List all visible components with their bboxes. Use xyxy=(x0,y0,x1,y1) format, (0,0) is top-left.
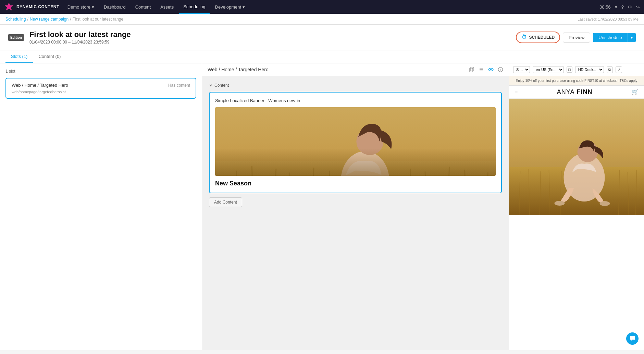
list-icon[interactable] xyxy=(479,67,484,72)
nav-assets[interactable]: Assets xyxy=(156,0,178,14)
svg-rect-2 xyxy=(471,67,474,71)
promo-banner: Enjoy 10% off your first purchase using … xyxy=(509,76,644,86)
resolution-select[interactable]: HD Desk... xyxy=(575,66,604,73)
locale-select-wrapper: en-US (En... xyxy=(533,66,564,73)
nav-right-area: 08:56 ▾ ? ⚙ ↪ xyxy=(599,4,640,10)
size-select-wrapper: Si... xyxy=(513,66,530,73)
nav-dashboard[interactable]: Dashboard xyxy=(100,0,130,14)
size-select[interactable]: Si... xyxy=(513,66,530,73)
copy-icon[interactable] xyxy=(469,67,474,72)
svg-line-14 xyxy=(273,169,276,176)
slot-card[interactable]: Web / Home / Targeted Hero Has content w… xyxy=(5,78,196,99)
content-image-svg xyxy=(215,107,496,176)
page-title-section: First look at our latest range 01/04/202… xyxy=(29,30,131,45)
header-actions: ⏱ SCHEDULED Preview Unschedule ▾ xyxy=(516,32,636,43)
svg-line-13 xyxy=(252,166,254,176)
page-dates: 01/04/2023 00:00:00 – 11/04/2023 23:59:5… xyxy=(29,40,131,45)
svg-line-19 xyxy=(425,172,428,176)
svg-rect-11 xyxy=(215,161,496,176)
scheduled-button[interactable]: ⏱ SCHEDULED xyxy=(516,32,560,43)
cart-icon[interactable]: 🛒 xyxy=(632,89,639,95)
svg-rect-10 xyxy=(215,107,496,176)
slot-path: web/homepage/targetedheroslot xyxy=(12,90,190,94)
breadcrumb-bar: Scheduling / New range campaign / First … xyxy=(0,14,644,25)
chat-icon xyxy=(629,335,635,342)
center-slot-title: Web / Home / Targeted Hero xyxy=(208,67,269,72)
svg-point-37 xyxy=(555,201,565,206)
svg-line-20 xyxy=(447,167,449,176)
clock-icon: ⏱ xyxy=(521,34,527,40)
svg-line-22 xyxy=(486,172,488,176)
slot-name: Web / Home / Targeted Hero xyxy=(12,83,68,88)
preview-button[interactable]: Preview xyxy=(563,33,590,42)
eye-icon[interactable] xyxy=(488,67,494,72)
svg-line-15 xyxy=(289,172,292,176)
chevron-down-icon xyxy=(209,84,212,87)
unschedule-dropdown-button[interactable]: ▾ xyxy=(628,33,636,42)
svg-line-16 xyxy=(312,168,314,176)
breadcrumb: Scheduling / New range campaign / First … xyxy=(5,17,123,22)
device-square-button[interactable]: □ xyxy=(567,66,572,73)
page-header: Edition First look at our latest range 0… xyxy=(0,25,644,50)
settings-icon[interactable]: ⚙ xyxy=(628,4,632,10)
slot-count: 1 slot xyxy=(5,69,196,74)
nav-development[interactable]: Development ▾ xyxy=(211,0,249,14)
center-panel-header: Web / Home / Targeted Hero i xyxy=(202,63,509,76)
breadcrumb-current: First look at our latest range xyxy=(72,17,123,22)
help-icon[interactable]: ? xyxy=(621,4,624,10)
center-panel: Web / Home / Targeted Hero i Content Sim… xyxy=(202,63,509,350)
app-name: DYNAMIC CONTENT xyxy=(16,4,59,9)
edition-badge: Edition xyxy=(8,34,24,41)
hamburger-icon[interactable]: ≡ xyxy=(515,89,518,95)
info-icon[interactable]: i xyxy=(498,67,503,72)
slot-card-header: Web / Home / Targeted Hero Has content xyxy=(12,83,190,88)
logo-area[interactable]: DYNAMIC CONTENT xyxy=(4,2,59,12)
svg-point-38 xyxy=(600,201,610,206)
nav-time: 08:56 xyxy=(599,4,611,10)
content-card-title: Simple Localized Banner - Womens new-in xyxy=(215,98,496,103)
page-header-left: Edition First look at our latest range 0… xyxy=(8,30,131,45)
tab-content[interactable]: Content (0) xyxy=(33,50,66,63)
svg-point-23 xyxy=(341,151,389,176)
store-logo: ANYA FINN xyxy=(557,88,593,96)
last-saved-text: Last saved: 17/02/2023 08:53 by Me xyxy=(578,17,639,21)
logo-icon xyxy=(4,2,14,12)
svg-rect-1 xyxy=(470,68,473,72)
content-card[interactable]: Simple Localized Banner - Womens new-in xyxy=(209,92,502,193)
tab-slots[interactable]: Slots (1) xyxy=(5,50,33,63)
slot-has-content: Has content xyxy=(168,83,190,88)
locale-select[interactable]: en-US (En... xyxy=(533,66,564,73)
svg-line-18 xyxy=(409,169,411,176)
unschedule-button[interactable]: Unschedule xyxy=(593,33,628,42)
svg-line-12 xyxy=(234,171,236,176)
add-content-button[interactable]: Add Content xyxy=(209,197,242,207)
main-content: 1 slot Web / Home / Targeted Hero Has co… xyxy=(0,63,644,350)
duplicate-button[interactable]: ⧉ xyxy=(607,66,613,73)
top-navigation: DYNAMIC CONTENT Demo store ▾ Dashboard C… xyxy=(0,0,644,14)
content-section-label: Content xyxy=(209,83,502,88)
content-caption: New Season xyxy=(215,180,496,187)
center-body: Content Simple Localized Banner - Womens… xyxy=(202,76,509,214)
chat-bubble-button[interactable] xyxy=(626,332,639,345)
nav-content[interactable]: Content xyxy=(131,0,155,14)
nav-demo-store[interactable]: Demo store ▾ xyxy=(63,0,98,14)
center-panel-actions: i xyxy=(469,67,503,72)
preview-image-svg xyxy=(509,99,644,215)
svg-line-17 xyxy=(329,171,331,176)
svg-text:i: i xyxy=(500,68,501,71)
page-title: First look at our latest range xyxy=(29,30,131,39)
store-header: ≡ ANYA FINN 🛒 xyxy=(509,86,644,99)
content-image xyxy=(215,107,496,176)
svg-point-7 xyxy=(490,69,492,70)
right-panel: Si... en-US (En... □ HD Desk... ⧉ ↗ Enjo… xyxy=(509,63,644,350)
slots-panel: 1 slot Web / Home / Targeted Hero Has co… xyxy=(0,63,202,350)
signout-icon[interactable]: ↪ xyxy=(636,4,640,10)
breadcrumb-campaign[interactable]: New range campaign xyxy=(30,17,69,22)
nav-scheduling[interactable]: Scheduling xyxy=(179,0,209,14)
breadcrumb-scheduling[interactable]: Scheduling xyxy=(5,17,26,22)
right-panel-toolbar: Si... en-US (En... □ HD Desk... ⧉ ↗ xyxy=(509,63,644,76)
tabs-bar: Slots (1) Content (0) xyxy=(0,50,644,63)
external-link-button[interactable]: ↗ xyxy=(616,66,622,73)
svg-marker-0 xyxy=(5,3,13,10)
svg-line-21 xyxy=(465,170,467,176)
